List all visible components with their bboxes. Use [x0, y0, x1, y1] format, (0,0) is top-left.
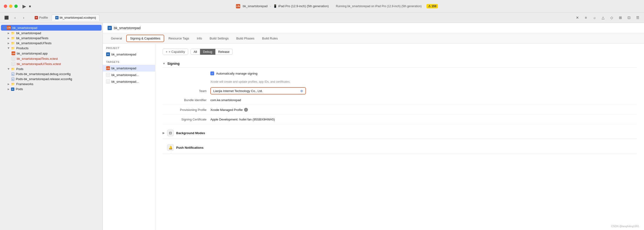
sidebar-item-products[interactable]: ▶ 📁 Products — [1, 46, 102, 51]
info-icon[interactable]: i — [244, 108, 248, 112]
panel-project-item[interactable]: xc bk_smartstorepad — [103, 51, 155, 58]
team-select[interactable]: Lianjia Internet Technology Co., Ltd. ⊕ — [210, 87, 306, 94]
device-name-label: 📱 iPad Pro (12.9-inch) (5th generation) — [273, 4, 329, 8]
filter-tab-all[interactable]: All — [190, 49, 200, 55]
sidebar-item-bk[interactable]: ▶ 📁 bk_smartstorepad — [1, 30, 102, 36]
tab-build-settings[interactable]: Build Settings — [206, 35, 232, 42]
bottom-credit: CSDN @tangfuling1991 — [611, 225, 639, 228]
config-icon: c — [12, 72, 14, 76]
team-select-text: Lianjia Internet Technology Co., Ltd. — [213, 89, 263, 93]
project-header: xc bk_smartstorepad — [103, 23, 644, 33]
project-file-icon: xc — [108, 26, 112, 30]
triangle-icon: ▶ — [8, 68, 10, 70]
sidebar-toggle-button[interactable]: ⬛ — [3, 14, 10, 21]
target-0-label: bk_smartstorepad — [112, 66, 136, 70]
config-icon: c — [12, 78, 14, 81]
panel-target-0[interactable]: Life bk_smartstorepad — [103, 65, 155, 72]
triangle-icon: ▶ — [8, 47, 10, 49]
folder-icon: 📁 — [11, 31, 15, 35]
target-2-label: bk_smartstorepad... — [112, 80, 139, 84]
tab-build-rules[interactable]: Build Rules — [259, 35, 281, 42]
tab-general[interactable]: General — [108, 35, 125, 42]
plus-icon: + — [166, 50, 168, 54]
stop-button[interactable]: ■ — [29, 4, 31, 8]
triangle-icon: ▶ — [8, 42, 10, 44]
sidebar-item-uitests[interactable]: ▶ 📁 bk_smartstorepadUITests — [1, 41, 102, 46]
tag-icon[interactable]: ⊡ — [625, 14, 632, 21]
signing-cert-row: Signing Certificate Apple Development: h… — [162, 118, 637, 124]
prov-profile-row: Provisioning Profile Xcode Managed Profi… — [162, 108, 637, 115]
signing-cert-value: Apple Development: huilei fan (95SBX9HWA… — [210, 118, 637, 121]
triangle-icon: ▶ — [8, 88, 10, 90]
team-row: Team Lianjia Internet Technology Co., Lt… — [162, 87, 637, 94]
forward-button[interactable]: › — [20, 14, 27, 21]
folder-icon: 📁 — [11, 82, 15, 86]
sidebar-item-pods-release[interactable]: c Pods-bk_smartstorepad.release.xcconfig — [1, 76, 102, 82]
bookmark-icon[interactable]: ◇ — [608, 14, 615, 21]
sidebar-item-xctest2[interactable]: ◻ bk_smartstorepadUITests.xctest — [1, 61, 102, 66]
sidebar-item-pods-debug[interactable]: c Pods-bk_smartstorepad.debug.xcconfig — [1, 72, 102, 76]
sidebar-item-tests[interactable]: ▶ 📁 bk_smartstorepadTests — [1, 36, 102, 41]
xctest-icon: ◻ — [12, 57, 15, 60]
sidebar-item-root-label: bk_smartstorepad — [12, 26, 37, 30]
run-button[interactable]: ▶ — [22, 3, 26, 9]
title-center: Life bk_smartstorepad › 📱 iPad Pro (12.9… — [34, 4, 640, 8]
root-life-badge: Life — [7, 26, 11, 30]
sidebar-item-pods[interactable]: ▶ 📁 Pods — [1, 66, 102, 72]
warning-badge[interactable]: ⚠ 159 — [426, 4, 438, 8]
tab-resource-tags[interactable]: Resource Tags — [165, 35, 192, 42]
auto-manage-sublabel: Xcode will create and update profiles, a… — [210, 80, 637, 84]
prov-profile-value: Xcode Managed Profile i — [210, 108, 637, 112]
project-panel-label: bk_smartstorepad — [112, 52, 136, 56]
maximize-button[interactable] — [14, 4, 18, 8]
title-bar: ▶ ■ Life bk_smartstorepad › 📱 iPad Pro (… — [0, 0, 644, 12]
push-notifications-header[interactable]: ▶ 🔔 Push Notifications — [162, 142, 637, 154]
back-button[interactable]: ‹ — [12, 14, 19, 21]
add-capability-button[interactable]: + + Capability — [162, 48, 188, 55]
folder-icon: 📁 — [11, 36, 15, 40]
panel-target-2[interactable]: ◻ bk_smartstorepad... — [103, 78, 155, 85]
close-button[interactable] — [4, 4, 7, 8]
signing-content: + + Capability All Debug Release ▼ Signi… — [156, 44, 644, 230]
auto-manage-row: ✓ Automatically manage signing — [210, 72, 637, 75]
project-panel-icon: xc — [106, 52, 110, 56]
folder-icon: 📁 — [11, 41, 15, 45]
folder-icon: 📁 — [11, 46, 15, 50]
checkmark-icon: ✓ — [211, 72, 214, 75]
auto-manage-label: Automatically manage signing — [216, 72, 258, 75]
tab-signing-capabilities[interactable]: Signing & Capabilities — [126, 35, 164, 42]
app-name-label: bk_smartstorepad — [243, 4, 268, 8]
push-notifications-title: Push Notifications — [176, 146, 204, 150]
alert-icon[interactable]: △ — [600, 14, 607, 21]
sidebar-item-app[interactable]: Life bk_smartstorepad.app — [1, 51, 102, 56]
auto-manage-checkbox[interactable]: ✓ — [210, 72, 214, 75]
search-icon[interactable]: ⌕ — [591, 14, 598, 21]
app-life-badge: Life — [236, 4, 240, 8]
sidebar-item-pods2[interactable]: ▶ xc Pods — [1, 86, 102, 92]
background-modes-header[interactable]: ▶ ⊡ Background Modes — [162, 127, 637, 139]
xcodeproj-tab-icon: xc — [55, 16, 58, 19]
bundle-id-value: com.ke.smartstorepad — [210, 98, 637, 102]
sidebar-item-root[interactable]: ▶ Life bk_smartstorepad — [1, 25, 102, 30]
tab-xcodeproj[interactable]: xc bk_smartstorepad.xcodeproj — [52, 14, 100, 21]
tab-info[interactable]: Info — [194, 35, 205, 42]
capability-push-notifications: ▶ 🔔 Push Notifications — [162, 142, 637, 154]
tab-bar: rb Podfile xc bk_smartstorepad.xcodeproj — [31, 14, 572, 21]
tab-podfile[interactable]: rb Podfile — [31, 14, 52, 21]
project-section-header: PROJECT — [103, 44, 155, 51]
note-icon[interactable]: ☰ — [634, 14, 641, 21]
hierarchy-button[interactable]: ≡ — [582, 14, 590, 21]
grid-icon[interactable]: ⊞ — [617, 14, 624, 21]
filter-tab-release[interactable]: Release — [216, 49, 233, 55]
minimize-button[interactable] — [9, 4, 12, 8]
sidebar-item-frameworks[interactable]: ▶ 📁 Frameworks — [1, 82, 102, 86]
section-toggle-icon[interactable]: ▼ — [162, 62, 166, 65]
tab-navigation: General Signing & Capabilities Resource … — [103, 33, 644, 44]
tab-build-phases[interactable]: Build Phases — [233, 35, 258, 42]
sidebar-item-xctest1[interactable]: ◻ bk_smartstorepadTests.xctest — [1, 56, 102, 61]
filter-tab-debug[interactable]: Debug — [200, 49, 215, 55]
panel-target-1[interactable]: ◻ bk_smartstorepad... — [103, 72, 155, 78]
push-notifications-icon: 🔔 — [167, 144, 174, 151]
target-life-badge: Life — [106, 66, 110, 70]
close-tab-button[interactable]: ✕ — [574, 14, 581, 21]
